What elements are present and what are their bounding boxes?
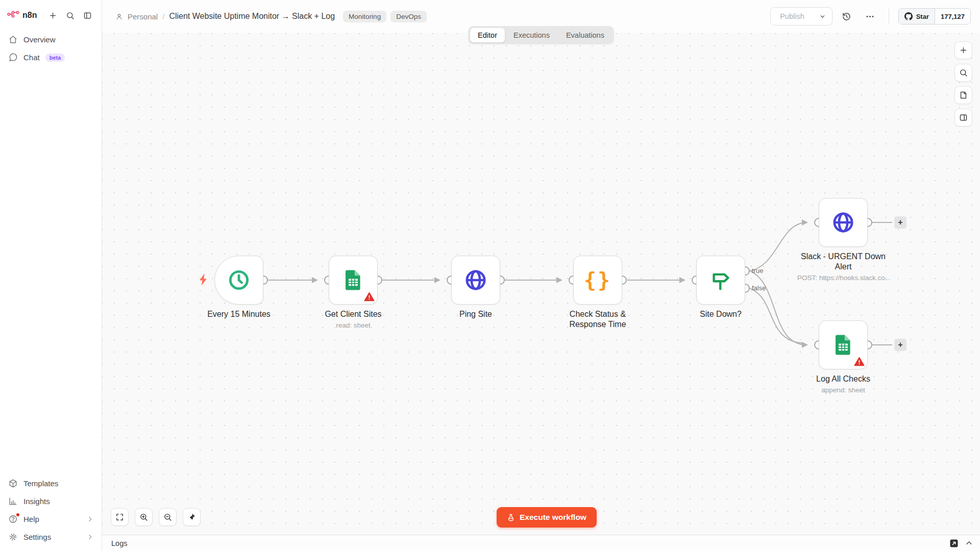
fit-view-button[interactable]: [111, 508, 129, 526]
warning-icon: [854, 357, 865, 366]
breadcrumb-separator: /: [162, 12, 164, 21]
tab-evaluations[interactable]: Evaluations: [558, 28, 612, 42]
star-label: Star: [916, 13, 929, 20]
sidebar-item-label: Templates: [23, 479, 58, 488]
fit-view-icon: [115, 513, 124, 521]
logs-title: Logs: [111, 539, 127, 547]
node-google-sheets-log[interactable]: [819, 320, 868, 369]
chat-icon: [8, 53, 18, 62]
chevron-up-icon: [965, 539, 973, 547]
google-sheets-icon: [831, 333, 855, 357]
execute-workflow-button[interactable]: Execute workflow: [497, 507, 597, 528]
zoom-in-button[interactable]: [135, 508, 153, 526]
sidebar-item-overview[interactable]: Overview: [0, 31, 102, 48]
sidebar-header: n8n: [0, 6, 102, 31]
sidebar-item-help[interactable]: Help: [0, 510, 102, 528]
templates-icon: [8, 479, 18, 488]
sidebar-item-label: Help: [23, 515, 39, 523]
search-icon: [959, 68, 968, 77]
home-icon: [8, 35, 18, 44]
node-http-request[interactable]: [451, 256, 500, 305]
note-icon: [959, 91, 968, 99]
history-icon: [842, 12, 851, 21]
zoom-out-icon: [163, 513, 172, 521]
add-node-panel-button[interactable]: [954, 41, 972, 59]
plus-icon: [959, 46, 968, 55]
sidebar: n8n Overview Chat beta Templates Insight…: [0, 0, 102, 551]
tab-executions[interactable]: Executions: [506, 28, 557, 42]
node-http-request-slack[interactable]: [819, 198, 868, 247]
node-schedule-trigger[interactable]: [214, 256, 263, 305]
node-label: Get Client Sites read: sheet: [307, 309, 399, 330]
logs-panel-header[interactable]: Logs: [102, 535, 980, 551]
tag-pill[interactable]: Monitoring: [343, 11, 386, 22]
sticky-note-button[interactable]: [954, 86, 972, 104]
chevron-down-icon: [819, 13, 826, 20]
add-node-button[interactable]: +: [894, 339, 906, 351]
add-node-button[interactable]: +: [894, 216, 906, 229]
header-divider: [889, 9, 889, 24]
globe-icon: [831, 210, 855, 235]
node-label: Every 15 Minutes: [193, 309, 285, 319]
tab-editor[interactable]: Editor: [470, 28, 505, 42]
sidebar-item-label: Settings: [23, 533, 51, 541]
node-subtitle: append: sheet: [797, 386, 889, 394]
breadcrumb-project[interactable]: Personal: [128, 12, 158, 21]
n8n-logo-icon: [7, 10, 19, 20]
toggle-panel-button[interactable]: [954, 109, 972, 127]
open-logs-window-button[interactable]: [950, 539, 958, 547]
node-label: Ping Site: [430, 309, 522, 319]
sidebar-item-chat[interactable]: Chat beta: [0, 48, 102, 66]
tag-pill[interactable]: DevOps: [390, 11, 427, 22]
flask-icon: [507, 513, 515, 522]
sidebar-item-settings[interactable]: Settings: [0, 528, 102, 546]
node-code[interactable]: {}: [573, 256, 622, 305]
node-subtitle: read: sheet: [307, 321, 399, 330]
broom-icon: [187, 513, 196, 521]
node-if[interactable]: [696, 256, 745, 305]
google-sheets-icon: [341, 268, 365, 292]
zoom-in-icon: [139, 513, 148, 521]
tidy-up-button[interactable]: [183, 508, 201, 526]
sidebar-item-label: Insights: [23, 497, 50, 506]
sidebar-item-insights[interactable]: Insights: [0, 492, 102, 510]
publish-options-caret[interactable]: [814, 8, 832, 25]
more-options-button[interactable]: [861, 7, 879, 26]
publish-split-button: Publish: [770, 7, 832, 26]
node-label: Site Down?: [675, 309, 767, 319]
ellipsis-icon: [865, 12, 875, 21]
workflow-canvas[interactable]: Editor Executions Evaluations: [102, 33, 980, 535]
chevron-right-icon: [87, 534, 93, 540]
sidebar-item-label: Chat: [23, 53, 40, 62]
popout-icon: [950, 539, 958, 547]
collapse-sidebar-icon[interactable]: [80, 8, 94, 22]
signpost-icon: [709, 268, 732, 292]
panel-right-icon: [959, 113, 968, 122]
publish-button[interactable]: Publish: [771, 8, 814, 25]
sidebar-item-label: Overview: [23, 35, 56, 44]
view-tabs: Editor Executions Evaluations: [468, 26, 614, 44]
person-icon: [115, 13, 123, 20]
branch-true-label: true: [752, 267, 763, 274]
code-braces-icon: {}: [584, 268, 611, 292]
star-count: 177,127: [935, 9, 970, 24]
header-actions: Publish Star 177,127: [770, 7, 971, 26]
node-label: Slack - URGENT Down Alert POST: https://…: [797, 252, 889, 282]
main-area: Personal / Client Website Uptime Monitor…: [102, 0, 980, 551]
node-google-sheets[interactable]: [329, 256, 378, 305]
workflow-title[interactable]: Client Website Uptime Monitor → Slack + …: [169, 12, 335, 21]
globe-icon: [463, 268, 488, 292]
github-icon: [904, 12, 913, 20]
app-name: n8n: [22, 11, 37, 20]
github-star-widget[interactable]: Star 177,127: [898, 8, 971, 24]
search-icon[interactable]: [63, 8, 77, 22]
node-label: Check Status & Response Time: [559, 309, 636, 330]
expand-logs-button[interactable]: [965, 539, 973, 547]
zoom-out-button[interactable]: [159, 508, 177, 526]
branch-false-label: false: [752, 284, 766, 292]
gear-icon: [8, 532, 18, 542]
sidebar-item-templates[interactable]: Templates: [0, 474, 102, 492]
canvas-search-button[interactable]: [954, 64, 972, 82]
workflow-history-button[interactable]: [838, 7, 856, 26]
new-workflow-button[interactable]: [45, 8, 60, 22]
